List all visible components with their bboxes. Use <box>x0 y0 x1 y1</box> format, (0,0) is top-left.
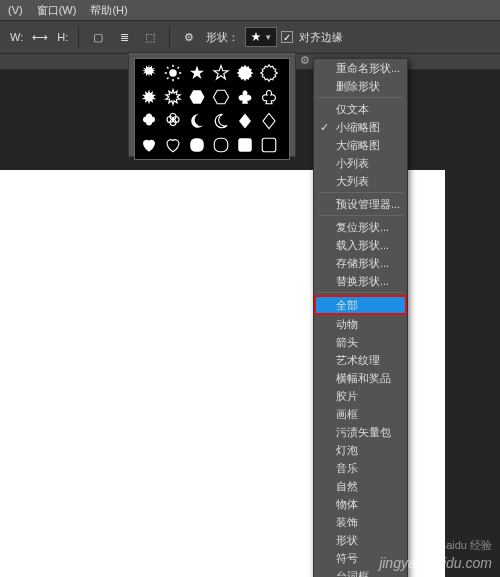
svg-line-8 <box>178 67 180 69</box>
menu-item[interactable]: 小缩略图 <box>314 118 407 136</box>
flyout-gear-icon[interactable]: ⚙ <box>298 54 312 68</box>
shape-club-outline[interactable] <box>258 86 280 108</box>
svg-line-6 <box>178 78 180 80</box>
arrange-icon[interactable]: ⬚ <box>139 26 161 48</box>
menu-item[interactable]: 音乐 <box>314 459 407 477</box>
align-edges-checkbox[interactable]: ✓ <box>281 31 293 43</box>
menu-separator <box>318 97 403 98</box>
shape-moon-outline[interactable] <box>210 110 232 132</box>
svg-rect-10 <box>214 138 228 152</box>
shape-picker[interactable]: ▼ <box>245 27 277 47</box>
menu-item[interactable]: 装饰 <box>314 513 407 531</box>
shapes-context-menu: 重命名形状...删除形状仅文本小缩略图大缩略图小列表大列表预设管理器...复位形… <box>313 58 408 577</box>
watermark-url: jingyan.baidu.com <box>379 555 492 571</box>
gear-icon[interactable]: ⚙ <box>178 26 200 48</box>
menu-separator <box>318 215 403 216</box>
menu-separator <box>318 192 403 193</box>
menu-item[interactable]: 删除形状 <box>314 77 407 95</box>
menu-item[interactable]: 胶片 <box>314 387 407 405</box>
shape-diamond-outline[interactable] <box>258 110 280 132</box>
menu-item[interactable]: 箭头 <box>314 333 407 351</box>
shape-star5-outline[interactable] <box>210 62 232 84</box>
shape-starburst[interactable] <box>138 62 160 84</box>
menu-item[interactable]: 自然 <box>314 477 407 495</box>
menu-item[interactable]: 大缩略图 <box>314 136 407 154</box>
height-label: H: <box>57 31 68 43</box>
shape-sun[interactable] <box>162 62 184 84</box>
shape-burst-outline[interactable] <box>162 86 184 108</box>
shape-diamond[interactable] <box>234 110 256 132</box>
shape-roundsquare-outline[interactable] <box>258 134 280 156</box>
menu-item[interactable]: 灯泡 <box>314 441 407 459</box>
svg-rect-11 <box>238 138 252 152</box>
shape-roundsquare[interactable] <box>234 134 256 156</box>
menu-window[interactable]: 窗口(W) <box>37 3 77 18</box>
menu-item[interactable]: 全部 <box>314 295 407 315</box>
menu-item[interactable]: 替换形状... <box>314 272 407 290</box>
svg-line-5 <box>167 67 169 69</box>
menu-view[interactable]: (V) <box>8 4 23 16</box>
shape-label: 形状： <box>206 30 239 45</box>
shapes-flyout <box>128 52 296 157</box>
shape-seal-outline[interactable] <box>258 62 280 84</box>
shape-clover-outline[interactable] <box>162 110 184 132</box>
menu-item[interactable]: 形状 <box>314 531 407 549</box>
align-edges-label: 对齐边缘 <box>299 30 343 45</box>
svg-rect-12 <box>262 138 276 152</box>
shape-club[interactable] <box>234 86 256 108</box>
shape-heart[interactable] <box>138 134 160 156</box>
svg-line-7 <box>167 78 169 80</box>
options-bar: W: ⟷ H: ▢ ≣ ⬚ ⚙ 形状： ▼ ✓ 对齐边缘 <box>0 20 500 54</box>
menu-separator <box>318 292 403 293</box>
link-wh-icon[interactable]: ⟷ <box>29 26 51 48</box>
menu-item[interactable]: 动物 <box>314 315 407 333</box>
menu-item[interactable]: 艺术纹理 <box>314 351 407 369</box>
shape-hexagon-outline[interactable] <box>210 86 232 108</box>
width-label: W: <box>10 31 23 43</box>
align-icon[interactable]: ≣ <box>113 26 135 48</box>
shape-burst[interactable] <box>138 86 160 108</box>
svg-point-0 <box>169 69 177 77</box>
menu-item[interactable]: 载入形状... <box>314 236 407 254</box>
menu-item[interactable]: 横幅和奖品 <box>314 369 407 387</box>
menu-item[interactable]: 存储形状... <box>314 254 407 272</box>
shape-squircle[interactable] <box>186 134 208 156</box>
shape-squircle-outline[interactable] <box>210 134 232 156</box>
path-op-icon[interactable]: ▢ <box>87 26 109 48</box>
shape-seal[interactable] <box>234 62 256 84</box>
menu-item[interactable]: 画框 <box>314 405 407 423</box>
svg-rect-9 <box>190 138 204 152</box>
menu-bar: (V) 窗口(W) 帮助(H) <box>0 0 500 20</box>
menu-item[interactable]: 仅文本 <box>314 100 407 118</box>
menu-item[interactable]: 小列表 <box>314 154 407 172</box>
watermark-logo: Baidu 经验 <box>439 538 492 553</box>
shape-moon[interactable] <box>186 110 208 132</box>
shape-heart-outline[interactable] <box>162 134 184 156</box>
shape-hexagon[interactable] <box>186 86 208 108</box>
menu-item[interactable]: 重命名形状... <box>314 59 407 77</box>
menu-item[interactable]: 物体 <box>314 495 407 513</box>
menu-help[interactable]: 帮助(H) <box>90 3 127 18</box>
menu-item[interactable]: 大列表 <box>314 172 407 190</box>
menu-item[interactable]: 预设管理器... <box>314 195 407 213</box>
menu-item[interactable]: 复位形状... <box>314 218 407 236</box>
shape-star5[interactable] <box>186 62 208 84</box>
shapes-grid <box>134 58 290 160</box>
menu-item[interactable]: 污渍矢量包 <box>314 423 407 441</box>
shape-clover[interactable] <box>138 110 160 132</box>
